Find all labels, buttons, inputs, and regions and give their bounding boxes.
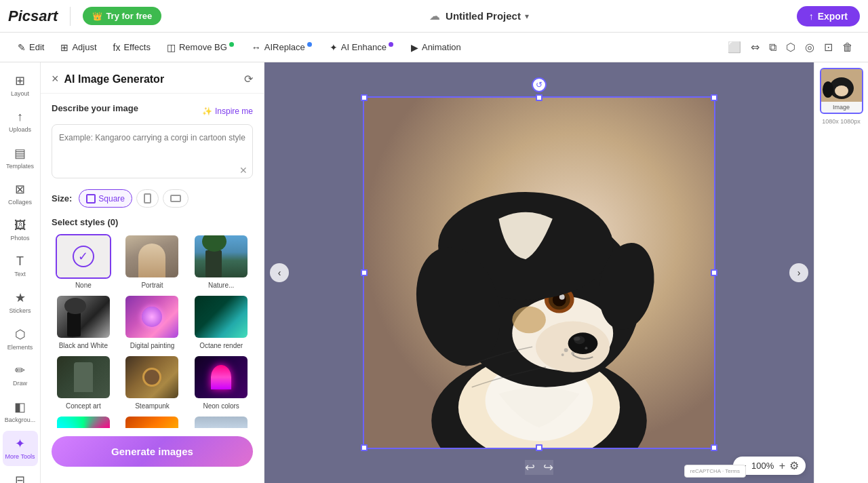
style-cloudy[interactable] <box>189 415 253 428</box>
copy-icon[interactable]: ⊡ <box>820 38 837 56</box>
try-free-button[interactable]: Try for free <box>83 7 161 25</box>
adjust-button[interactable]: ⊞ Adjust <box>54 38 103 57</box>
handle-top-center[interactable] <box>536 94 542 101</box>
logo: Picsart <box>8 7 58 25</box>
svg-point-25 <box>835 85 848 96</box>
style-octane[interactable]: Octane render <box>189 294 253 349</box>
style-portrait-label: Portrait <box>141 282 163 289</box>
sparkle-icon: ✨ <box>202 107 212 116</box>
panel-close-button[interactable]: × <box>52 72 59 86</box>
color-icon[interactable]: ◎ <box>801 38 818 56</box>
right-panel: Image 1080x 1080px <box>814 62 868 483</box>
size-portrait-button[interactable] <box>136 189 159 208</box>
style-cloudy-thumb <box>193 415 249 428</box>
ai-enhance-icon: ✦ <box>330 42 338 53</box>
edit-icon: ✎ <box>18 42 26 53</box>
panel-body: Describe your image ✨ Inspire me ✕ Size:… <box>41 94 264 428</box>
layer-thumb-label: Image <box>821 102 862 113</box>
panel-footer: Generate images <box>41 428 264 483</box>
handle-top-left[interactable] <box>361 94 368 101</box>
duplicate-icon[interactable]: ⧉ <box>765 39 781 56</box>
generate-button[interactable]: Generate images <box>52 436 253 467</box>
style-steampunk[interactable]: Steampunk <box>121 355 184 410</box>
bottom-bar: ↩ ↪ <box>525 460 553 475</box>
svg-point-19 <box>564 348 568 352</box>
sidebar-item-more-tools[interactable]: ✦ More Tools <box>3 431 38 466</box>
collages-icon: ⊠ <box>15 182 25 197</box>
size-options: Square <box>79 189 189 208</box>
flip-icon[interactable]: ⇔ <box>747 38 764 56</box>
handle-middle-right[interactable] <box>711 269 717 276</box>
handle-bottom-right[interactable] <box>711 444 717 451</box>
sidebar-item-photos[interactable]: 🖼 Photos <box>3 213 38 248</box>
sidebar-item-uploads[interactable]: ↑ Uploads <box>3 104 38 139</box>
sidebar-item-layout[interactable]: ⊞ Layout <box>3 68 38 103</box>
handle-bottom-center[interactable] <box>536 444 542 451</box>
layer-thumbnail[interactable]: Image <box>820 68 863 114</box>
rotate-handle[interactable]: ↺ <box>532 77 547 92</box>
prompt-clear-button[interactable]: ✕ <box>239 165 248 176</box>
sidebar-item-draw[interactable]: ✏ Draw <box>3 358 38 393</box>
canvas-nav-right-button[interactable]: › <box>789 263 808 282</box>
edit-button[interactable]: ✎ Edit <box>11 38 51 57</box>
layout-icon: ⊞ <box>15 73 25 88</box>
prompt-textarea[interactable] <box>52 124 253 178</box>
sidebar-item-stickers[interactable]: ★ Stickers <box>3 285 38 320</box>
adjust-icon: ⊞ <box>60 42 68 53</box>
project-title-area[interactable]: Untitled Project ▾ <box>446 10 529 22</box>
style-neon[interactable]: Neon colors <box>189 355 253 410</box>
zoom-level: 100% <box>751 461 775 471</box>
dog-illustration <box>364 98 714 448</box>
canvas-nav-left-button[interactable]: ‹ <box>270 263 289 282</box>
style-none[interactable]: ✓ None <box>52 234 115 289</box>
zoom-settings-button[interactable]: ⚙ <box>789 459 799 472</box>
style-nature-thumb <box>193 234 249 279</box>
inspire-button[interactable]: ✨ Inspire me <box>202 107 253 116</box>
sidebar-item-collages[interactable]: ⊠ Collages <box>3 176 38 212</box>
toolbar-right-icons: ⬜ ⇔ ⧉ ⬡ ◎ ⊡ 🗑 <box>724 38 857 56</box>
topbar: Picsart Try for free ☁ Untitled Project … <box>0 0 868 33</box>
style-psychedelic[interactable] <box>52 415 115 428</box>
sidebar-item-batch[interactable]: ⊟ Batch <box>3 467 38 483</box>
redo-button[interactable]: ↪ <box>543 460 553 475</box>
handle-middle-left[interactable] <box>361 269 368 276</box>
sidebar-item-text[interactable]: T Text <box>3 249 38 284</box>
sidebar-item-elements[interactable]: ⬡ Elements <box>3 322 38 357</box>
sidebar-item-background[interactable]: ◧ Backgrou... <box>3 394 38 429</box>
undo-button[interactable]: ↩ <box>525 460 535 475</box>
sidebar-item-templates[interactable]: ▤ Templates <box>3 140 38 176</box>
style-concept-art[interactable]: Concept art <box>52 355 115 410</box>
style-dp-label: Digital painting <box>130 342 175 349</box>
canvas-image[interactable]: ↺ <box>363 96 715 449</box>
delete-icon[interactable]: 🗑 <box>838 39 857 56</box>
style-vivid[interactable] <box>121 415 184 428</box>
animation-icon: ▶ <box>411 42 418 53</box>
style-nature[interactable]: Nature... <box>189 234 253 289</box>
crop-icon[interactable]: ⬜ <box>724 38 745 56</box>
cloud-icon: ☁ <box>429 9 440 22</box>
handle-top-right[interactable] <box>711 94 717 101</box>
transform-icon[interactable]: ⬡ <box>782 38 800 56</box>
panel-history-button[interactable]: ⟳ <box>244 73 253 85</box>
more-tools-icon: ✦ <box>15 436 25 451</box>
remove-bg-button[interactable]: ◫ Remove BG <box>160 38 242 57</box>
ai-replace-button[interactable]: ↔ AIReplace <box>245 38 320 57</box>
ai-enhance-button[interactable]: ✦ AI Enhance <box>323 38 401 57</box>
style-steampunk-thumb <box>124 355 180 400</box>
effects-button[interactable]: fx Effects <box>106 38 157 57</box>
size-landscape-button[interactable] <box>163 189 189 208</box>
handle-bottom-left[interactable] <box>361 444 368 451</box>
zoom-in-button[interactable]: + <box>779 460 785 472</box>
export-button[interactable]: Export <box>797 6 860 26</box>
main-area: ⊞ Layout ↑ Uploads ▤ Templates ⊠ Collage… <box>0 62 868 483</box>
uploads-icon: ↑ <box>17 110 23 124</box>
styles-label: Select styles (0) <box>52 217 253 227</box>
animation-button[interactable]: ▶ Animation <box>404 38 468 57</box>
canvas-area[interactable]: ‹ <box>264 62 814 483</box>
style-portrait[interactable]: Portrait <box>121 234 184 289</box>
svg-point-22 <box>585 347 587 349</box>
style-black-white[interactable]: Black and White <box>52 294 115 349</box>
project-title: Untitled Project <box>446 10 521 22</box>
style-digital-painting[interactable]: Digital painting <box>121 294 184 349</box>
size-square-button[interactable]: Square <box>79 189 132 208</box>
